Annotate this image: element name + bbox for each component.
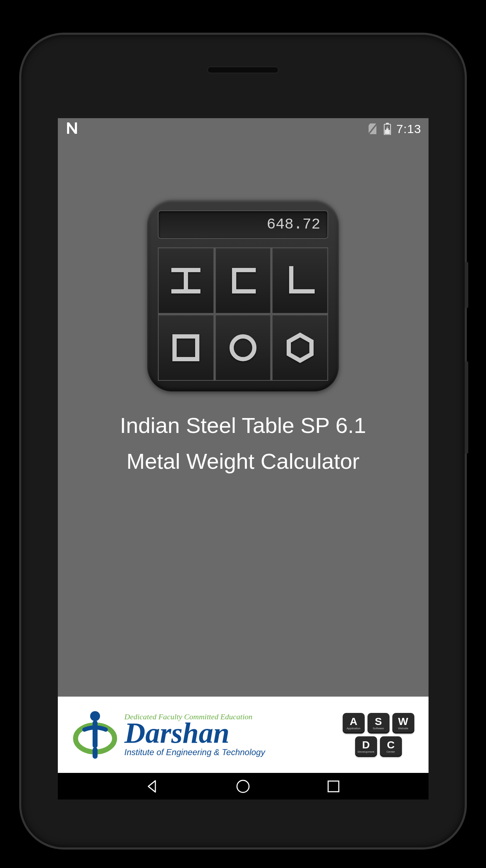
svg-rect-20 [328,781,339,792]
app-icon: 648.72 [147,200,339,391]
calculator-display: 648.72 [158,210,328,239]
channel-icon [216,248,271,313]
phone-speaker [208,67,278,73]
key-s: SSoftware [368,713,390,734]
hexagon-icon [272,315,327,380]
android-nav-bar [58,773,429,800]
phone-screen: 7:13 648.72 [58,118,429,800]
angle-icon [272,248,327,313]
footer-banner: Dedicated Faculty Committed Education Da… [58,697,429,773]
svg-point-16 [90,711,100,721]
phone-body: 7:13 648.72 [21,35,465,847]
status-right: 7:13 [368,122,421,136]
battery-charging-icon [383,123,391,135]
volume-button [465,361,468,454]
app-splash-content: 648.72 [58,139,429,800]
darshan-mark-icon [72,708,118,762]
status-bar: 7:13 [58,118,429,139]
key-w: WWebsite [392,713,414,734]
square-tube-icon [159,315,214,380]
svg-point-19 [237,780,249,792]
power-button [465,262,468,308]
recents-button[interactable] [325,778,342,795]
darshan-subtitle: Institute of Engineering & Technology [125,747,265,757]
no-sim-icon [368,123,379,135]
darshan-name: Darshan [125,720,265,746]
circle-tube-icon [216,315,271,380]
darshan-logo: Dedicated Faculty Committed Education Da… [72,708,265,762]
aswdc-logo: AApplication SSoftware WWebsite DDevelop… [343,713,414,757]
svg-marker-14 [289,335,311,361]
svg-rect-18 [93,747,98,759]
calculator-grid [158,247,328,381]
home-button[interactable] [234,778,252,795]
svg-rect-12 [175,336,197,359]
i-beam-icon [159,248,214,313]
svg-point-13 [232,336,254,359]
key-d: DDevelopment [355,736,377,757]
back-button[interactable] [144,778,161,795]
darshan-text-block: Dedicated Faculty Committed Education Da… [125,712,265,758]
svg-rect-17 [93,720,98,748]
status-left [65,121,79,137]
svg-rect-2 [386,123,389,125]
app-title-line-2: Metal Weight Calculator [126,449,359,474]
android-n-icon [65,121,79,135]
status-time: 7:13 [396,122,421,136]
key-a: AApplication [343,713,365,734]
key-c: CCenter [380,736,402,757]
app-title-line-1: Indian Steel Table SP 6.1 [120,413,366,438]
phone-mockup-frame: 7:13 648.72 [0,7,486,868]
